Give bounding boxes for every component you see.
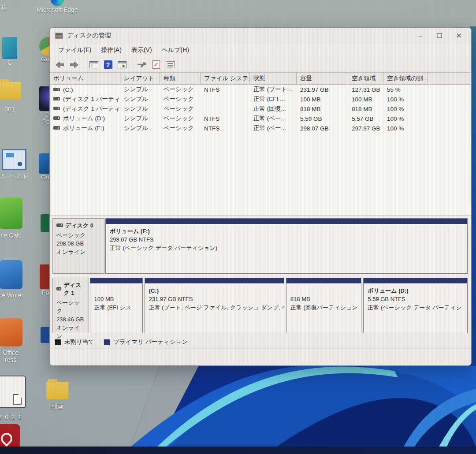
document-page-corner	[13, 394, 22, 405]
partition-status: 正常 (回復パーティション	[290, 303, 357, 312]
status-cell: 正常 (回復...	[250, 105, 297, 113]
desktop-icon-doc-2021[interactable]: 2021	[0, 376, 30, 421]
disk-tool-button[interactable]	[136, 59, 148, 71]
desktop-icon-folder-001[interactable]: 001	[0, 82, 26, 113]
free-pct-cell: 100 %	[383, 106, 428, 112]
forward-button[interactable]	[68, 59, 80, 71]
free-cell: 100 MB	[348, 96, 383, 103]
writer-label: ce Writer	[0, 292, 26, 299]
back-button[interactable]	[54, 59, 66, 71]
type-cell: ベーシック	[160, 105, 201, 113]
capacity-cell: 298.07 GB	[297, 125, 348, 132]
volume-list: ボリューム レイアウト 種類 ファイル システム 状態 容量 空き領域 空き領域…	[50, 73, 471, 216]
properties-icon	[166, 61, 175, 68]
windows11-bloom-wallpaper	[130, 362, 476, 447]
type-cell: ベーシック	[160, 86, 201, 93]
disk-1-info-panel[interactable]: ディスク 1 ベーシック 238.46 GB オンライン	[52, 278, 89, 333]
primary-partition-stripe	[90, 278, 142, 284]
column-header-free-percent[interactable]: 空き領域の割...	[383, 73, 428, 84]
column-header-filesystem[interactable]: ファイル システム	[201, 73, 250, 84]
menu-file[interactable]: ファイル(F)	[53, 45, 96, 56]
maximize-button[interactable]: ☐	[430, 29, 449, 43]
control-panel-icon-detail	[6, 153, 14, 157]
recycle-bin-label: 箱	[1, 4, 7, 11]
primary-partition-stripe	[145, 278, 284, 284]
desktop-icon-edge[interactable]: Microsoft Edge	[31, 0, 84, 13]
free-pct-cell: 55 %	[383, 86, 428, 93]
desktop-icon-movies-folder[interactable]: 動画	[44, 382, 71, 411]
column-header-free-space[interactable]: 空き領域	[348, 73, 383, 84]
partition-title	[290, 287, 357, 295]
partition-f-body: ボリューム (F:) 298.07 GB NTFS 正常 (ベーシック データ …	[106, 224, 467, 255]
desktop-icon-word-partial[interactable]	[41, 327, 50, 343]
column-header-volume[interactable]: ボリューム	[50, 73, 120, 84]
partition-status: 正常 (ベーシック データ パーティシ	[368, 303, 463, 312]
show-action-pane-button[interactable]	[116, 59, 128, 71]
desktop-icon-recycle-bin[interactable]: 箱	[1, 4, 7, 11]
free-cell: 5.57 GB	[348, 115, 383, 122]
check-disk-button[interactable]	[150, 59, 162, 71]
partition-d[interactable]: ボリューム (D:) 5.59 GB NTFS 正常 (ベーシック データ パー…	[363, 278, 468, 333]
titlebar[interactable]: ディスクの管理 – ☐ ✕	[50, 28, 471, 44]
partition-c[interactable]: (C:) 231.97 GB NTFS 正常 (ブート, ページ ファイル, ク…	[145, 278, 284, 333]
volume-row-d[interactable]: ボリューム (D:) シンプル ベーシック NTFS 正常 (ベー... 5.5…	[50, 114, 471, 123]
volume-row-disk1-partition1[interactable]: (ディスク 1 パーティシ... シンプル ベーシック 正常 (EFI ... …	[50, 94, 471, 104]
fs-cell: NTFS	[201, 115, 250, 122]
free-cell: 818 MB	[348, 106, 383, 112]
disk-0-size: 298.08 GB	[56, 239, 100, 248]
desktop-background: 箱 Microsoft Edge C Goog 001 Cy Pow ル パネル…	[0, 0, 476, 454]
partition-detail: 100 MB	[94, 295, 138, 303]
disk-tool-icon	[138, 62, 146, 67]
partition-detail: 298.07 GB NTFS	[110, 235, 463, 244]
help-button[interactable]: ?	[102, 59, 114, 71]
desktop-icon-control-panel[interactable]: ル パネル	[0, 149, 30, 181]
volume-name: (C:)	[63, 86, 73, 93]
action-pane-icon	[118, 61, 126, 68]
desktop-icon-libreoffice-writer[interactable]: ce Writer	[0, 260, 26, 299]
console-tree-icon	[89, 61, 98, 68]
free-pct-cell: 100 %	[383, 96, 428, 103]
menu-help[interactable]: ヘルプ(H)	[157, 45, 194, 56]
volume-row-f[interactable]: ボリューム (F:) シンプル ベーシック NTFS 正常 (ベー... 298…	[50, 123, 471, 133]
partition-d-body: ボリューム (D:) 5.59 GB NTFS 正常 (ベーシック データ パー…	[364, 284, 467, 314]
partition-status: 正常 (ブート, ページ ファイル, クラッシュ ダンプ, ベ	[149, 303, 280, 312]
disk-1-row: ディスク 1 ベーシック 238.46 GB オンライン 100 MB 正常 (…	[52, 278, 468, 333]
disk-0-row: ディスク 0 ベーシック 298.08 GB オンライン ボリューム (F:) …	[52, 218, 468, 274]
disk-graphic-view: ディスク 0 ベーシック 298.08 GB オンライン ボリューム (F:) …	[50, 216, 471, 335]
control-panel-icon-dot	[18, 162, 22, 166]
volume-row-disk1-partition4[interactable]: (ディスク 1 パーティシ... シンプル ベーシック 正常 (回復... 81…	[50, 104, 471, 114]
libreoffice-impress-icon	[0, 318, 22, 346]
status-cell: 正常 (ブート...	[250, 86, 297, 93]
pc-label: C	[0, 59, 19, 66]
volume-cell: ボリューム (D:)	[50, 115, 120, 123]
properties-button[interactable]	[164, 59, 176, 71]
menu-action[interactable]: 操作(A)	[96, 45, 126, 56]
volume-row-c[interactable]: (C:) シンプル ベーシック NTFS 正常 (ブート... 231.97 G…	[50, 85, 471, 94]
desktop-icon-pc[interactable]: C	[0, 37, 19, 66]
legend-unallocated: 未割り当て	[55, 338, 94, 346]
desktop-icon-libreoffice-impress[interactable]: Office ress	[0, 318, 27, 363]
libreoffice-writer-icon	[0, 260, 22, 289]
disk-0-partitions: ボリューム (F:) 298.07 GB NTFS 正常 (ベーシック データ …	[105, 218, 468, 274]
partition-recovery[interactable]: 818 MB 正常 (回復パーティション	[286, 278, 361, 333]
close-button[interactable]: ✕	[449, 29, 469, 43]
column-header-type[interactable]: 種類	[160, 73, 201, 84]
disk-0-info-panel[interactable]: ディスク 0 ベーシック 298.08 GB オンライン	[52, 218, 104, 274]
disk-1-partitions: 100 MB 正常 (EFI シス (C:) 231.97 GB NTFS 正常…	[90, 278, 468, 333]
control-panel-label: ル パネル	[0, 173, 30, 181]
capacity-cell: 100 MB	[297, 96, 348, 103]
partition-f[interactable]: ボリューム (F:) 298.07 GB NTFS 正常 (ベーシック データ …	[105, 218, 468, 274]
column-header-capacity[interactable]: 容量	[297, 73, 348, 84]
column-header-layout[interactable]: レイアウト	[120, 73, 160, 84]
desktop-icon-libreoffice-calc[interactable]: ce Calc	[0, 197, 26, 239]
column-header-status[interactable]: 状態	[250, 73, 297, 84]
free-cell: 297.97 GB	[348, 125, 383, 132]
partition-efi[interactable]: 100 MB 正常 (EFI シス	[90, 278, 143, 333]
menu-view[interactable]: 表示(V)	[126, 45, 157, 56]
primary-partition-label: プライマリ パーティション	[113, 338, 188, 346]
disk-management-window: ディスクの管理 – ☐ ✕ ファイル(F) 操作(A) 表示(V) ヘルプ(H)	[49, 27, 472, 366]
minimize-button[interactable]: –	[410, 29, 430, 43]
show-console-tree-button[interactable]	[88, 59, 100, 71]
capacity-cell: 818 MB	[297, 106, 348, 112]
volume-name: ボリューム (F:)	[63, 125, 104, 131]
